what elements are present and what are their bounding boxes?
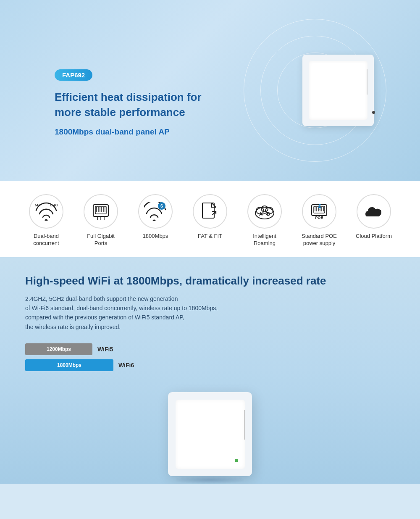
feature-dual-band: 5G 2.4G Dual-bandconcurrent bbox=[21, 194, 71, 247]
bottom-device-wrap bbox=[25, 384, 395, 476]
speed-bars: 1200Mbps WiFi5 1800Mbps WiFi6 bbox=[25, 343, 395, 371]
poe-icon: POE bbox=[308, 201, 330, 221]
bottom-device-shadow bbox=[176, 476, 244, 484]
device-panel bbox=[309, 61, 368, 120]
feature-label-fat-fit: FAT & FIT bbox=[198, 233, 222, 240]
wifi-dual-icon: 5G 2.4G bbox=[35, 202, 58, 221]
feature-gigabit: Full GigabitPorts bbox=[76, 194, 126, 247]
wifi6-bar: 1800Mbps bbox=[25, 359, 113, 371]
ethernet-icon bbox=[90, 201, 112, 221]
roaming-icon: A B bbox=[253, 202, 276, 221]
feature-circle-poe: POE bbox=[302, 194, 336, 229]
export-icon bbox=[200, 201, 220, 221]
hero-title: Efficient heat dissipation for more stab… bbox=[55, 90, 231, 119]
wifi5-bar: 1200Mbps bbox=[25, 343, 92, 355]
feature-circle-roaming: A B bbox=[247, 194, 282, 229]
svg-rect-17 bbox=[202, 203, 214, 218]
wifi5-label: WiFi5 bbox=[97, 346, 113, 353]
speed-description: 2.4GHZ, 5GHz dual-band both support the … bbox=[25, 294, 227, 332]
feature-circle-1800mbps: 6 bbox=[138, 194, 173, 229]
feature-cloud: Cloud Platform bbox=[349, 194, 399, 240]
wifi6-icon: 6 bbox=[144, 202, 167, 221]
feature-1800mbps: 6 1800Mbps bbox=[130, 194, 181, 240]
hero-subtitle: 1800Mbps dual-band panel AP bbox=[55, 127, 231, 137]
feature-circle-cloud bbox=[357, 194, 391, 229]
svg-text:A: A bbox=[259, 211, 262, 216]
bottom-device-led bbox=[235, 459, 238, 462]
hero-section: FAP692 Efficient heat dissipation for mo… bbox=[0, 0, 420, 181]
hero-device-image bbox=[302, 55, 374, 126]
device-indicator-dot bbox=[372, 111, 375, 114]
wifi6-label: WiFi6 bbox=[118, 362, 134, 369]
feature-label-gigabit: Full GigabitPorts bbox=[87, 233, 115, 247]
svg-text:6: 6 bbox=[160, 203, 163, 208]
product-badge: FAP692 bbox=[55, 69, 92, 81]
feature-roaming: A B IntelligentRoaming bbox=[239, 194, 290, 247]
hero-text-block: FAP692 Efficient heat dissipation for mo… bbox=[0, 44, 231, 136]
speed-section: High-speed WiFi at 1800Mbps, dramaticall… bbox=[0, 257, 420, 484]
svg-point-14 bbox=[153, 220, 156, 221]
svg-point-2 bbox=[45, 219, 48, 221]
svg-rect-4 bbox=[95, 206, 106, 214]
feature-poe: POE Standard POEpower supply bbox=[294, 194, 344, 247]
features-row: 5G 2.4G Dual-bandconcurrent bbox=[4, 194, 416, 247]
wifi6-bar-label: 1800Mbps bbox=[57, 362, 81, 368]
bottom-device-panel bbox=[176, 400, 245, 469]
feature-label-poe: Standard POEpower supply bbox=[302, 233, 337, 247]
feature-circle-gigabit bbox=[84, 194, 118, 229]
features-section: 5G 2.4G Dual-bandconcurrent bbox=[0, 181, 420, 257]
cloud-icon bbox=[363, 203, 385, 220]
feature-label-1800mbps: 1800Mbps bbox=[143, 233, 168, 240]
bottom-device bbox=[168, 392, 252, 476]
svg-text:B: B bbox=[267, 211, 270, 216]
feature-label-dual-band: Dual-bandconcurrent bbox=[33, 233, 59, 247]
speed-title: High-speed WiFi at 1800Mbps, dramaticall… bbox=[25, 274, 395, 288]
speed-bar-row-wifi5: 1200Mbps WiFi5 bbox=[25, 343, 395, 355]
wifi5-bar-label: 1200Mbps bbox=[47, 346, 71, 352]
feature-circle-fat-fit bbox=[193, 194, 227, 229]
feature-fat-fit: FAT & FIT bbox=[185, 194, 235, 240]
feature-label-cloud: Cloud Platform bbox=[356, 233, 392, 240]
speed-bar-row-wifi6: 1800Mbps WiFi6 bbox=[25, 359, 395, 371]
feature-label-roaming: IntelligentRoaming bbox=[253, 233, 276, 247]
svg-text:POE: POE bbox=[315, 216, 323, 220]
feature-circle-dual-band: 5G 2.4G bbox=[29, 194, 63, 229]
